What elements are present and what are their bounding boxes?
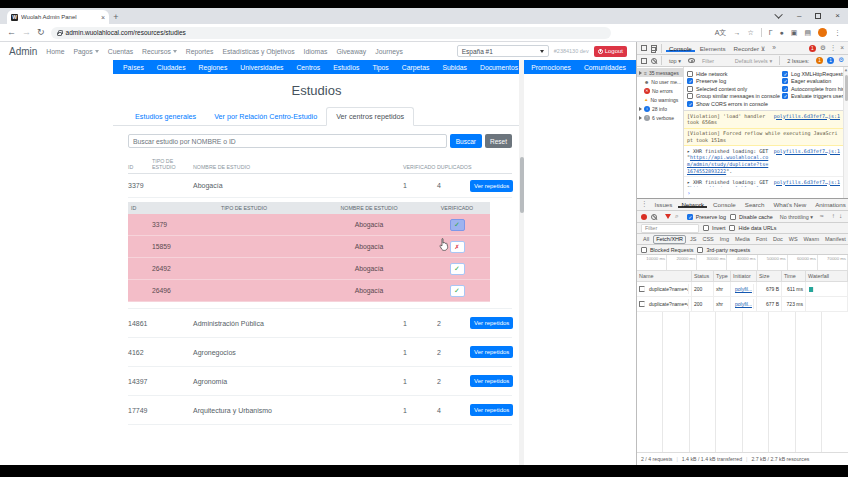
network-conditions-icon[interactable]: ≈ (820, 213, 824, 220)
minimize-icon[interactable]: – (797, 12, 801, 20)
console-sidebar-item[interactable]: ☻No user me... (637, 77, 683, 86)
verify-check-button[interactable]: ✓ (450, 219, 465, 231)
filter-chip-css[interactable]: CSS (700, 236, 715, 243)
back-icon[interactable]: ← (7, 28, 16, 37)
nav-item-centros[interactable]: Centros (296, 64, 320, 71)
verify-check-button[interactable]: ✓ (450, 285, 465, 297)
nav-item-países[interactable]: Países (123, 64, 144, 71)
live-expression-eye-icon[interactable] (688, 58, 695, 63)
address-bar[interactable]: admin.wuolahlocal.com/resources/studies (51, 27, 611, 39)
logout-button[interactable]: Logout (594, 46, 627, 57)
admin-nav-link-giveaway[interactable]: Giveaway (336, 48, 366, 55)
menu-kebab-icon[interactable]: ⋮ (834, 29, 841, 36)
new-tab-button[interactable]: + (109, 10, 123, 24)
profile-avatar[interactable] (818, 28, 827, 37)
side-panel-icon[interactable]: ▤ (804, 29, 811, 36)
console-message-link[interactable]: https://api.wuolahlocal.com/admin/study/… (687, 154, 768, 174)
request-checkbox[interactable] (639, 286, 645, 292)
console-source-link[interactable]: polyfills.6d3fef7…js:1 (774, 113, 840, 127)
console-sidebar-item[interactable]: ✕No errors (637, 86, 683, 95)
initiator-link[interactable]: polyfil... (733, 299, 754, 309)
devtools-kebab-icon[interactable]: ⋮ (830, 45, 837, 52)
console-filter-input[interactable]: Filter (699, 58, 717, 64)
network-column-header-status[interactable]: Status (692, 271, 714, 281)
network-request-row[interactable]: duplicate?name=Ab...200xhrpolyfil...679 … (637, 282, 848, 297)
initiator-link[interactable]: polyfil... (733, 284, 754, 294)
network-request-row[interactable]: duplicate?name=Ab...200xhrpolyfil...677 … (637, 297, 848, 312)
admin-nav-link-estad-sticas-y-objetivos[interactable]: Estadísticas y Objetivos (222, 48, 294, 55)
drawer-tab-console[interactable]: Console (710, 201, 739, 208)
console-sidebar-item[interactable]: i28 info (637, 104, 683, 113)
filter-chip-img[interactable]: Img (718, 236, 731, 243)
tab-close-icon[interactable]: × (101, 14, 105, 21)
clear-network-icon[interactable] (651, 214, 657, 220)
search-button[interactable]: Buscar (450, 134, 482, 148)
share-icon[interactable]: → (733, 29, 740, 36)
clear-console-icon[interactable] (651, 58, 657, 64)
nav-item-tipos[interactable]: Tipos (372, 64, 388, 71)
filter-chip-js[interactable]: JS (688, 236, 698, 243)
export-har-icon[interactable]: ↓ (839, 213, 842, 220)
console-prompt[interactable]: › (684, 187, 843, 198)
device-toolbar-icon[interactable] (651, 45, 657, 51)
ver-repetidos-button[interactable]: Ver repetidos (470, 404, 513, 416)
hide-data-urls-checkbox[interactable]: Hide data URLs (729, 225, 776, 231)
disable-cache-checkbox[interactable]: Disable cache (730, 214, 773, 220)
admin-nav-link-recursos[interactable]: Recursos (142, 48, 177, 55)
filter-chip-media[interactable]: Media (733, 236, 752, 243)
admin-nav-link-cuentas[interactable]: Cuentas (108, 48, 133, 55)
nav-item-carpetas[interactable]: Carpetas (402, 64, 430, 71)
filter-chip-all[interactable]: All (641, 236, 651, 243)
browser-tab[interactable]: W Wuolah Admin Panel × (7, 10, 109, 24)
invert-checkbox[interactable]: Invert (703, 225, 725, 231)
filter-chip-ws[interactable]: WS (787, 236, 800, 243)
console-sidebar-item[interactable]: ≡35 messages (637, 68, 683, 77)
console-source-link[interactable]: polyfills.6d3fef7…js:1 (774, 148, 840, 175)
import-har-icon[interactable]: ↑ (832, 213, 835, 220)
admin-nav-link-reportes[interactable]: Reportes (186, 48, 214, 55)
verify-cross-button[interactable]: ✗ (450, 241, 465, 253)
page-scrollbar[interactable] (519, 60, 524, 465)
console-settings-gear-icon[interactable]: ⚙ (838, 57, 844, 64)
nav-item-comunidades[interactable]: Comunidades (584, 64, 626, 71)
tab-ver-centros-repetidos[interactable]: Ver centros repetidos (326, 107, 414, 126)
throttling-dropdown[interactable]: No throttling ▾ (777, 214, 816, 220)
filter-chip-font[interactable]: Font (754, 236, 769, 243)
issues-label[interactable]: 2 Issues: (784, 58, 812, 64)
console-sidebar-item[interactable]: ▲No warnings (637, 95, 683, 104)
nav-item-subidas[interactable]: Subidas (442, 64, 467, 71)
error-count-badge[interactable]: 1 (809, 45, 816, 52)
adblock-icon[interactable]: ● (780, 29, 784, 36)
nav-item-promociones[interactable]: Promociones (531, 64, 571, 71)
network-column-header-time[interactable]: Time (782, 271, 806, 281)
console-sidebar-item[interactable]: !6 verbose (637, 113, 683, 122)
console-setting-checkbox[interactable]: Selected context only (687, 86, 780, 92)
nav-item-regiones[interactable]: Regiones (199, 64, 228, 71)
admin-brand[interactable]: Admin (9, 46, 37, 57)
network-filter-funnel-icon[interactable] (665, 214, 671, 219)
console-setting-checkbox[interactable]: Evaluate triggers user activation (782, 93, 843, 99)
page-scrollbar-thumb[interactable] (520, 157, 524, 213)
network-column-header-waterfall[interactable]: Waterfall (806, 271, 848, 281)
nav-item-documentos[interactable]: Documentos (480, 64, 518, 71)
console-setting-checkbox[interactable]: Show CORS errors in console (687, 101, 780, 107)
network-column-header-type[interactable]: Type (714, 271, 731, 281)
devtools-close-icon[interactable]: × (840, 45, 844, 52)
console-setting-checkbox[interactable]: Log XMLHttpRequests (782, 71, 843, 77)
devtools-settings-gear-icon[interactable]: ⚙ (820, 45, 826, 52)
region-select[interactable]: España #1 (457, 45, 549, 57)
admin-nav-link-home[interactable]: Home (46, 48, 64, 55)
drawer-tab-search[interactable]: Search (742, 201, 768, 208)
console-setting-checkbox[interactable]: Eager evaluation (782, 78, 843, 84)
nav-item-estudios[interactable]: Estudios (333, 64, 359, 71)
network-search-icon[interactable]: ⌕ (675, 213, 679, 220)
network-filter-input[interactable]: Filter (641, 224, 699, 233)
window-close-icon[interactable]: × (835, 12, 840, 20)
extension-icon[interactable]: Γ (769, 29, 773, 36)
filter-chip-manifest[interactable]: Manifest (823, 236, 848, 243)
console-scrollbar[interactable]: ▲ (843, 67, 848, 198)
log-levels-dropdown[interactable]: Default levels ▾ (732, 58, 775, 64)
tab-estudios-generales[interactable]: Estudios generales (126, 108, 205, 125)
ver-repetidos-button[interactable]: Ver repetidos (470, 346, 513, 358)
console-setting-checkbox[interactable]: Hide network (687, 71, 780, 77)
